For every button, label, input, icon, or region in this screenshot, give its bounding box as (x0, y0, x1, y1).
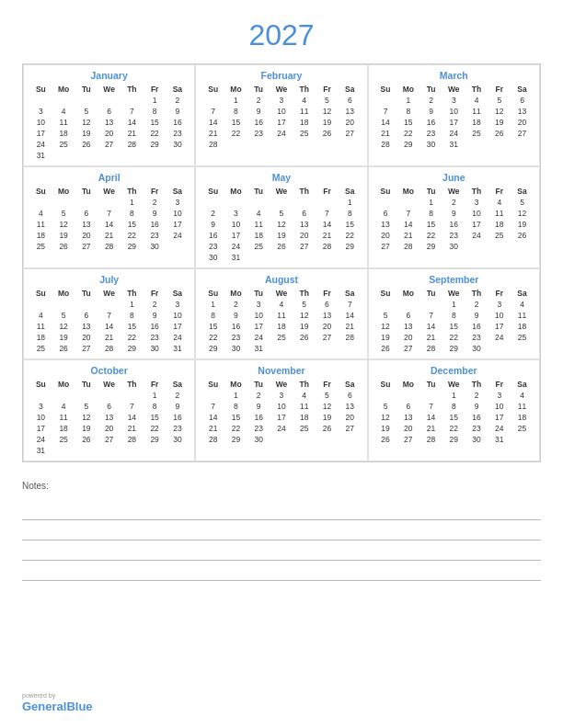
month-block-may: MaySuMoTuWeThFrSa12345678910111213141516… (195, 166, 367, 268)
day-cell: 21 (316, 230, 339, 241)
day-header: Tu (419, 288, 442, 299)
day-cell: 24 (270, 128, 293, 139)
day-cell: 4 (29, 208, 52, 219)
day-cell: 14 (419, 321, 442, 332)
day-cell: 25 (511, 423, 534, 434)
day-header: Tu (419, 379, 442, 390)
day-header: Tu (75, 84, 98, 95)
day-cell: 30 (167, 434, 190, 445)
day-cell: 9 (144, 310, 167, 321)
week-row: 23242526272829 (201, 241, 361, 252)
day-header: Su (201, 84, 224, 95)
day-header: Tu (419, 186, 442, 197)
day-cell: 26 (374, 343, 397, 354)
month-table: SuMoTuWeThFrSa12345678910111213141516171… (201, 84, 361, 150)
day-cell (396, 390, 419, 401)
day-cell: 19 (52, 230, 75, 241)
day-cell: 28 (201, 434, 224, 445)
day-header: We (442, 84, 465, 95)
brand-blue: Blue (66, 700, 92, 713)
week-row: 3456789 (29, 401, 189, 412)
week-row: 20212223242526 (374, 230, 534, 241)
day-cell: 21 (419, 423, 442, 434)
day-cell: 25 (29, 241, 52, 252)
day-cell: 11 (293, 401, 316, 412)
day-cell: 14 (316, 219, 339, 230)
day-cell: 1 (144, 95, 167, 106)
day-cell: 11 (293, 106, 316, 117)
day-cell: 23 (247, 423, 270, 434)
day-cell: 5 (316, 95, 339, 106)
day-cell: 13 (511, 106, 534, 117)
day-cell: 22 (396, 128, 419, 139)
day-cell: 2 (465, 299, 488, 310)
month-table: SuMoTuWeThFrSa12345678910111213141516171… (201, 379, 361, 445)
day-cell (121, 390, 144, 401)
day-cell (52, 299, 75, 310)
day-header: Mo (396, 288, 419, 299)
day-header: We (442, 186, 465, 197)
day-cell: 1 (339, 197, 362, 208)
day-cell: 16 (419, 117, 442, 128)
day-header: Th (465, 186, 488, 197)
month-table: SuMoTuWeThFrSa12345678910111213141516171… (374, 84, 534, 150)
day-cell: 6 (75, 310, 98, 321)
day-header: Fr (488, 288, 511, 299)
day-cell: 29 (396, 139, 419, 150)
day-cell: 17 (488, 321, 511, 332)
day-cell: 13 (339, 401, 362, 412)
day-cell: 23 (144, 332, 167, 343)
day-header: Sa (511, 288, 534, 299)
day-cell: 12 (316, 401, 339, 412)
day-cell: 29 (339, 241, 362, 252)
day-cell (374, 299, 397, 310)
day-header: Tu (75, 186, 98, 197)
month-block-january: JanuarySuMoTuWeThFrSa1234567891011121314… (23, 64, 195, 166)
day-cell: 30 (442, 241, 465, 252)
day-cell: 9 (442, 208, 465, 219)
day-cell: 16 (442, 219, 465, 230)
day-cell: 23 (465, 332, 488, 343)
day-cell: 4 (465, 95, 488, 106)
day-cell: 9 (465, 401, 488, 412)
day-cell: 29 (144, 139, 167, 150)
day-cell: 13 (75, 321, 98, 332)
day-cell: 4 (52, 401, 75, 412)
day-cell: 3 (167, 299, 190, 310)
day-cell: 14 (121, 117, 144, 128)
day-cell (270, 197, 293, 208)
day-cell (29, 197, 52, 208)
day-cell (316, 197, 339, 208)
month-name: August (201, 274, 361, 285)
day-cell: 10 (270, 401, 293, 412)
day-header: Tu (247, 379, 270, 390)
week-row: 123 (29, 299, 189, 310)
day-header: We (98, 379, 121, 390)
day-cell: 2 (144, 197, 167, 208)
day-cell: 6 (98, 401, 121, 412)
day-cell: 14 (98, 321, 121, 332)
day-cell: 17 (270, 412, 293, 423)
day-cell: 30 (144, 241, 167, 252)
day-header: Su (29, 186, 52, 197)
day-cell (75, 197, 98, 208)
week-row: 14151617181920 (374, 117, 534, 128)
day-cell (29, 299, 52, 310)
month-name: October (29, 365, 189, 376)
day-cell: 12 (52, 219, 75, 230)
day-cell: 27 (511, 128, 534, 139)
day-cell: 5 (75, 401, 98, 412)
day-cell: 9 (247, 106, 270, 117)
day-cell: 2 (442, 197, 465, 208)
day-cell (75, 390, 98, 401)
page: 2027 JanuarySuMoTuWeThFrSa12345678910111… (0, 0, 563, 728)
day-cell: 23 (465, 423, 488, 434)
day-header: Sa (167, 379, 190, 390)
day-cell: 24 (247, 332, 270, 343)
day-header: Fr (316, 186, 339, 197)
day-cell: 20 (396, 423, 419, 434)
day-cell: 20 (316, 321, 339, 332)
day-cell: 3 (270, 95, 293, 106)
month-table: SuMoTuWeThFrSa12345678910111213141516171… (201, 186, 361, 263)
day-cell: 30 (201, 252, 224, 263)
